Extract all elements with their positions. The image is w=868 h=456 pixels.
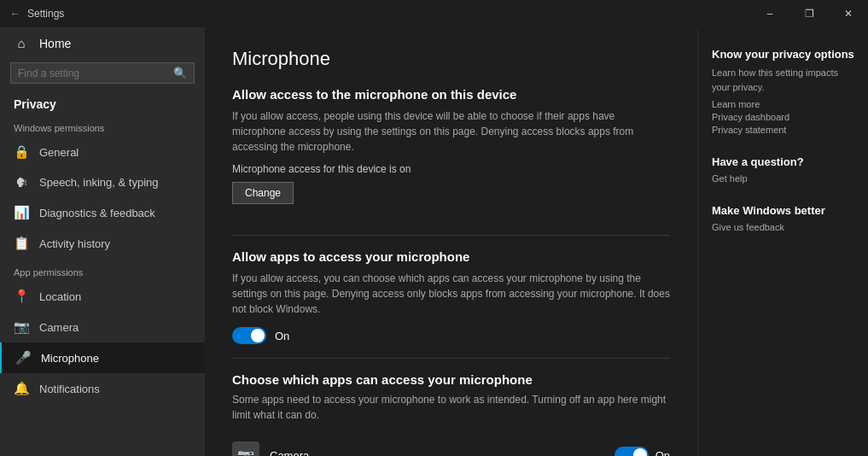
main-content: Microphone Allow access to the microphon… — [205, 27, 697, 456]
maximize-button[interactable]: ❐ — [789, 0, 829, 27]
search-icon: 🔍 — [173, 67, 187, 79]
toggle-thumb — [251, 329, 265, 342]
section1-title: Allow access to the microphone on this d… — [232, 87, 670, 102]
title-bar-left: ← Settings — [10, 8, 64, 20]
right-panel: Know your privacy options Learn how this… — [697, 27, 868, 456]
sidebar-item-label: Camera — [39, 321, 79, 334]
rp-feedback-title: Make Windows better — [712, 204, 854, 217]
title-bar-title: Settings — [27, 8, 64, 20]
search-input[interactable] — [18, 67, 168, 79]
diagnostics-icon: 📊 — [14, 205, 29, 220]
camera-icon: 📷 — [14, 319, 29, 335]
sidebar-item-label: Speech, inking, & typing — [39, 176, 158, 189]
privacy-label: Privacy — [0, 91, 205, 114]
title-bar-controls: – ❐ ✕ — [750, 0, 868, 27]
home-icon: ⌂ — [14, 36, 29, 50]
privacy-dashboard-link[interactable]: Privacy dashboard — [712, 112, 854, 122]
search-box: 🔍 — [10, 62, 195, 84]
microphone-icon: 🎤 — [15, 350, 31, 365]
rp-question-title: Have a question? — [712, 155, 854, 168]
title-bar: ← Settings – ❐ ✕ — [0, 0, 868, 27]
sidebar-item-label: Microphone — [41, 352, 99, 365]
app-permissions-section: App permissions — [0, 259, 205, 281]
app-row-left: 📷 Camera — [232, 441, 309, 456]
give-feedback-link[interactable]: Give us feedback — [712, 222, 854, 232]
camera-toggle-row: On — [615, 447, 670, 456]
section2-title: Allow apps to access your microphone — [232, 249, 670, 264]
sidebar-item-home[interactable]: ⌂ Home — [0, 27, 205, 59]
sidebar-item-activity[interactable]: 📋 Activity history — [0, 228, 205, 259]
sidebar-item-label: Notifications — [39, 383, 100, 395]
sidebar-item-label: Location — [39, 290, 81, 303]
sidebar-item-label: General — [39, 146, 79, 159]
allow-apps-toggle-row: On — [232, 327, 670, 344]
rp-feedback-section: Make Windows better Give us feedback — [712, 204, 854, 232]
lock-icon: 🔒 — [14, 144, 29, 160]
change-button[interactable]: Change — [232, 182, 294, 204]
section2-desc: If you allow access, you can choose whic… — [232, 271, 670, 317]
close-button[interactable]: ✕ — [829, 0, 868, 27]
sidebar-item-general[interactable]: 🔒 General — [0, 137, 205, 167]
device-status: Microphone access for this device is on — [232, 163, 670, 175]
rp-question-section: Have a question? Get help — [712, 155, 854, 184]
divider-1 — [232, 235, 670, 236]
app-body: ⌂ Home 🔍 Privacy Windows permissions 🔒 G… — [0, 27, 868, 456]
location-icon: 📍 — [14, 289, 29, 304]
section3-desc: Some apps need to access your microphone… — [232, 392, 670, 423]
section1-desc: If you allow access, people using this d… — [232, 108, 670, 155]
speech-icon: 🗣 — [14, 175, 29, 190]
rp-privacy-title: Know your privacy options — [712, 48, 854, 61]
privacy-statement-link[interactable]: Privacy statement — [712, 125, 854, 135]
notifications-icon: 🔔 — [14, 381, 29, 396]
learn-more-link[interactable]: Learn more — [712, 99, 854, 109]
home-label: Home — [39, 37, 71, 50]
windows-permissions-section: Windows permissions — [0, 114, 205, 137]
camera-app-name: Camera — [270, 449, 309, 457]
sidebar-item-notifications[interactable]: 🔔 Notifications — [0, 373, 205, 404]
back-button[interactable]: ← — [10, 8, 20, 20]
sidebar-item-label: Diagnostics & feedback — [39, 207, 155, 219]
divider-2 — [232, 358, 670, 359]
minimize-button[interactable]: – — [750, 0, 789, 27]
sidebar-item-microphone[interactable]: 🎤 Microphone — [0, 342, 205, 373]
rp-privacy-section: Know your privacy options Learn how this… — [712, 48, 854, 135]
sidebar-item-location[interactable]: 📍 Location — [0, 281, 205, 312]
camera-toggle-label: On — [655, 449, 670, 457]
camera-app-toggle[interactable] — [615, 447, 649, 456]
page-title: Microphone — [232, 48, 670, 70]
sidebar: ⌂ Home 🔍 Privacy Windows permissions 🔒 G… — [0, 27, 205, 456]
toggle-thumb — [633, 448, 647, 456]
sidebar-item-diagnostics[interactable]: 📊 Diagnostics & feedback — [0, 197, 205, 228]
section3-title: Choose which apps can access your microp… — [232, 372, 670, 387]
activity-icon: 📋 — [14, 236, 29, 251]
sidebar-item-speech[interactable]: 🗣 Speech, inking, & typing — [0, 167, 205, 197]
allow-apps-toggle[interactable] — [232, 327, 266, 344]
sidebar-item-camera[interactable]: 📷 Camera — [0, 312, 205, 342]
sidebar-item-label: Activity history — [39, 237, 110, 250]
get-help-link[interactable]: Get help — [712, 173, 854, 184]
camera-app-icon: 📷 — [232, 441, 259, 456]
rp-privacy-desc: Learn how this setting impacts your priv… — [712, 66, 854, 94]
app-row-camera: 📷 Camera On — [232, 435, 670, 456]
allow-apps-toggle-label: On — [275, 330, 289, 342]
